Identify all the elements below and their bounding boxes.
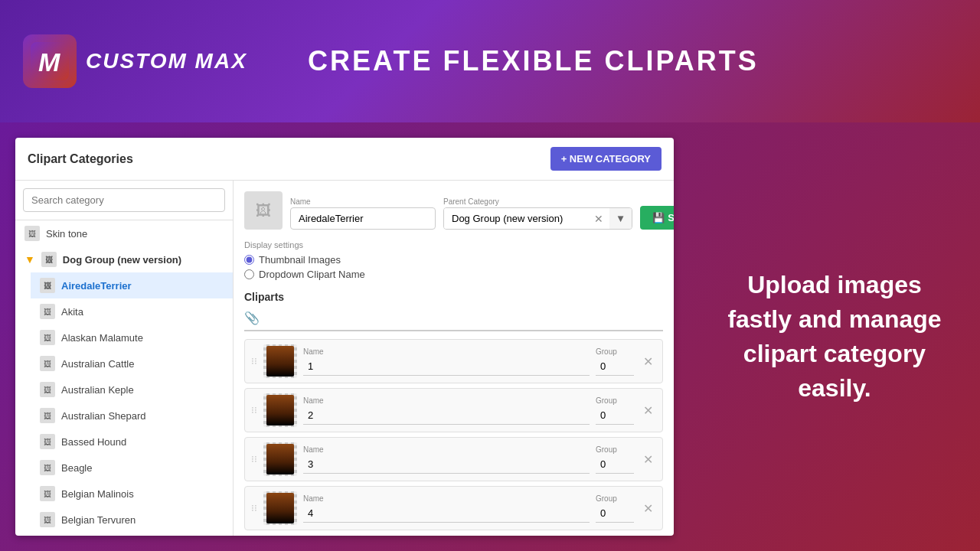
form-row: 🖼 Name Parent Category ✕ ▼ [244, 191, 663, 230]
clipart-group-input[interactable] [596, 357, 634, 376]
clipart-group-field: Group [596, 347, 634, 376]
save-button[interactable]: 💾 SAVE [640, 206, 674, 230]
panel-title: Clipart Categories [28, 152, 133, 166]
remove-clipart-button[interactable]: ✕ [640, 354, 656, 369]
remove-clipart-button[interactable]: ✕ [640, 452, 656, 467]
item-icon: 🖼 [40, 460, 55, 475]
clipart-image [266, 346, 294, 377]
folder-open-icon: ▼ [24, 253, 35, 266]
search-container [15, 181, 233, 220]
category-label: Australian Shepard [61, 410, 146, 422]
item-icon: 🖼 [40, 330, 55, 345]
upload-row: 📎 [244, 311, 663, 331]
category-list: 🖼 Skin tone ▼ 🖼 Dog Group (new version) … [15, 220, 233, 536]
category-label: Beagle [61, 462, 92, 474]
clipart-group-field: Group [596, 494, 634, 523]
list-item[interactable]: 🖼 Akita [31, 298, 233, 324]
clipart-name-field: Name [303, 494, 590, 523]
main-title: CREATE FLEXIBLE CLIPARTS [247, 45, 819, 77]
clipart-group-input[interactable] [596, 455, 634, 474]
display-settings-label: Display settings [244, 240, 663, 249]
clipart-group-label: Group [596, 347, 634, 356]
item-icon: 🖼 [40, 382, 55, 397]
list-item[interactable]: 🖼 Bassed Hound [31, 429, 233, 455]
drag-handle[interactable]: ⁝⁝ [251, 356, 257, 367]
category-image[interactable]: 🖼 [244, 191, 283, 230]
category-label: Australian Keple [61, 384, 134, 396]
clipart-group-label: Group [596, 494, 634, 503]
drag-handle[interactable]: ⁝⁝ [251, 454, 257, 465]
clipart-name-label: Name [303, 396, 590, 405]
panel-body: 🖼 Skin tone ▼ 🖼 Dog Group (new version) … [15, 181, 674, 536]
clipart-thumbnail [263, 491, 297, 525]
clipart-name-label: Name [303, 347, 590, 356]
item-icon: 🖼 [41, 252, 57, 267]
clipart-name-input[interactable] [303, 357, 590, 376]
cliparts-title: Cliparts [244, 291, 663, 303]
list-item[interactable]: 🖼 Bernedoodle [31, 533, 233, 536]
list-item[interactable]: 🖼 Skin tone [15, 220, 233, 246]
paperclip-icon: 📎 [244, 311, 260, 325]
dropdown-button[interactable]: ▼ [609, 208, 632, 229]
name-label: Name [290, 197, 436, 206]
right-panel-text: Upload imagesfastly and manageclipart ca… [712, 268, 957, 405]
clipart-panel: Clipart Categories + NEW CATEGORY 🖼 Skin… [15, 138, 674, 536]
logo-container: M CUSTOM MAX [23, 34, 247, 88]
category-sidebar: 🖼 Skin tone ▼ 🖼 Dog Group (new version) … [15, 181, 234, 536]
category-label: Bassed Hound [61, 436, 126, 448]
clipart-thumbnail [263, 393, 297, 427]
list-item[interactable]: 🖼 Australian Shepard [31, 403, 233, 429]
main-content: 🖼 Name Parent Category ✕ ▼ [234, 181, 674, 536]
clipart-items: ⁝⁝ Name Group [244, 339, 663, 530]
clipart-group-input[interactable] [596, 504, 634, 523]
clipart-image [266, 395, 294, 425]
clipart-group-input[interactable] [596, 406, 634, 425]
clipart-row: ⁝⁝ Name Group [244, 437, 663, 481]
list-item[interactable]: 🖼 Australian Keple [31, 377, 233, 403]
remove-clipart-button[interactable]: ✕ [640, 501, 656, 516]
radio-thumbnail-input[interactable] [244, 255, 254, 265]
drag-handle[interactable]: ⁝⁝ [251, 405, 257, 416]
category-label: Belgian Malinois [61, 488, 134, 500]
parent-input-row: ✕ ▼ [443, 207, 632, 230]
radio-thumbnail[interactable]: Thumbnail Images [244, 254, 663, 266]
radio-dropdown-input[interactable] [244, 269, 254, 279]
new-category-button[interactable]: + NEW CATEGORY [550, 147, 662, 171]
logo-icon: M [23, 34, 77, 88]
list-item[interactable]: 🖼 Australian Cattle [31, 350, 233, 377]
clipart-group-label: Group [596, 396, 634, 405]
save-label: SAVE [668, 212, 674, 223]
display-settings: Display settings Thumbnail Images Dropdo… [244, 240, 663, 280]
list-item[interactable]: 🖼 Alaskan Malamute [31, 324, 233, 350]
radio-dropdown[interactable]: Dropdown Clipart Name [244, 269, 663, 280]
list-item[interactable]: 🖼 AiredaleTerrier [31, 272, 233, 298]
item-icon: 🖼 [40, 434, 55, 449]
clipart-row: ⁝⁝ Name Group [244, 388, 663, 432]
list-item[interactable]: 🖼 Belgian Malinois [31, 481, 233, 507]
item-icon: 🖼 [40, 486, 55, 501]
list-item[interactable]: 🖼 Belgian Tervuren [31, 507, 233, 533]
list-item[interactable]: 🖼 Beagle [31, 455, 233, 481]
image-icon: 🖼 [256, 202, 271, 220]
item-icon: 🖼 [40, 512, 55, 527]
logo-text: CUSTOM MAX [86, 49, 247, 73]
category-label: Belgian Tervuren [61, 514, 136, 526]
name-input[interactable] [290, 207, 436, 230]
item-icon: 🖼 [40, 356, 55, 371]
clipart-row: ⁝⁝ Name Group [244, 339, 663, 383]
clipart-name-input[interactable] [303, 406, 590, 425]
drag-handle[interactable]: ⁝⁝ [251, 503, 257, 514]
clipart-thumbnail [263, 442, 297, 476]
clipart-name-input[interactable] [303, 455, 590, 474]
clear-parent-button[interactable]: ✕ [588, 213, 609, 225]
category-label: Dog Group (new version) [63, 254, 181, 266]
parent-input[interactable] [444, 208, 588, 229]
clipart-name-input[interactable] [303, 504, 590, 523]
clipart-name-field: Name [303, 396, 590, 425]
list-item[interactable]: ▼ 🖼 Dog Group (new version) [15, 246, 233, 272]
search-input[interactable] [23, 188, 225, 212]
remove-clipart-button[interactable]: ✕ [640, 403, 656, 418]
save-icon: 💾 [652, 212, 665, 223]
category-label: AiredaleTerrier [61, 280, 132, 292]
clipart-thumbnail [263, 344, 297, 378]
